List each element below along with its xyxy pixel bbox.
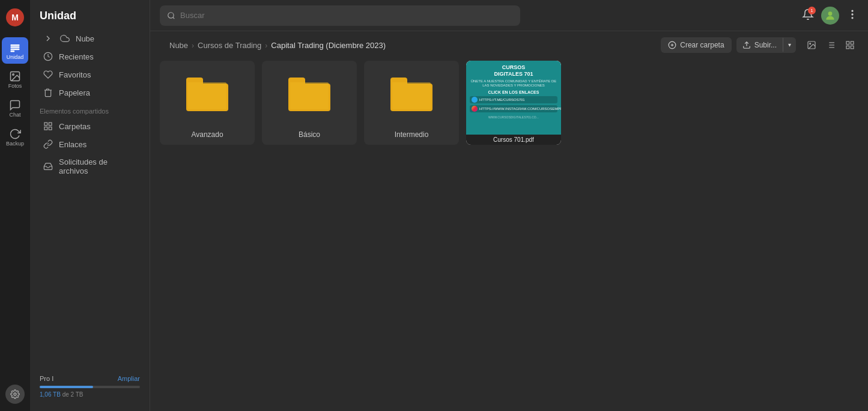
sidebar-papelera-label: Papelera bbox=[59, 88, 90, 97]
file-card-intermedio[interactable]: Intermedio bbox=[364, 61, 459, 145]
upload-main[interactable]: Subir... bbox=[736, 37, 783, 53]
file-card-basico[interactable]: Básico bbox=[262, 61, 357, 145]
folder-icon-avanzado bbox=[186, 78, 228, 111]
settings-button[interactable] bbox=[5, 385, 25, 404]
breadcrumb-cursos[interactable]: Cursos de Trading bbox=[198, 41, 261, 50]
file-card-avanzado[interactable]: Avanzado bbox=[160, 61, 255, 145]
user-avatar-button[interactable] bbox=[821, 7, 839, 25]
cloud-icon bbox=[9, 41, 21, 53]
chat-icon bbox=[9, 99, 21, 111]
image-view-button[interactable] bbox=[803, 37, 820, 53]
breadcrumb-sep-2: › bbox=[265, 41, 267, 50]
folder-icon-intermedio bbox=[390, 78, 432, 111]
upload-caret[interactable]: ▾ bbox=[783, 38, 796, 52]
shared-section-label: Elementos compartidos bbox=[30, 102, 150, 117]
svg-point-16 bbox=[852, 14, 853, 15]
sidebar-favoritos-label: Favoritos bbox=[59, 70, 91, 79]
link-icon bbox=[43, 139, 53, 149]
breadcrumb-sep-1: › bbox=[192, 41, 194, 50]
storage-total-label: de bbox=[62, 391, 71, 398]
upload-button[interactable]: Subir... ▾ bbox=[736, 37, 796, 53]
sidebar-item-favoritos[interactable]: Favoritos bbox=[34, 65, 146, 84]
list-view-icon bbox=[826, 40, 836, 50]
svg-point-23 bbox=[810, 43, 811, 44]
notification-badge: 1 bbox=[808, 7, 816, 14]
pdf-telegram-url: HTTPS://T.ME/CURSOS701 bbox=[479, 98, 525, 102]
search-icon bbox=[167, 11, 175, 20]
nav-chat-label: Chat bbox=[9, 112, 20, 118]
user-icon bbox=[824, 10, 836, 22]
sidebar-item-recientes[interactable]: Recientes bbox=[34, 47, 146, 65]
breadcrumb-nube[interactable]: Nube bbox=[169, 41, 188, 50]
svg-point-17 bbox=[852, 17, 853, 19]
instagram-icon bbox=[472, 106, 478, 112]
nav-unidad-label: Unidad bbox=[7, 55, 24, 60]
svg-rect-1 bbox=[11, 46, 20, 48]
storage-used: 1,06 TB bbox=[40, 391, 61, 398]
nav-backup[interactable]: Backup bbox=[2, 124, 28, 150]
svg-point-6 bbox=[14, 393, 16, 395]
inbox-icon bbox=[43, 162, 53, 171]
pdf-telegram-row: HTTPS://T.ME/CURSOS701 bbox=[470, 96, 557, 103]
user-avatar-icon: M bbox=[6, 8, 24, 26]
svg-rect-11 bbox=[44, 127, 47, 130]
create-folder-button[interactable]: Crear carpeta bbox=[661, 37, 731, 53]
upload-label: Subir... bbox=[754, 41, 777, 49]
upload-icon bbox=[742, 41, 751, 49]
storage-detail: 1,06 TB de 2 TB bbox=[40, 391, 140, 398]
pdf-ig-row: HTTPS://WWW.INSTAGRAM.COM/CURSOSEMPRENDE… bbox=[470, 105, 557, 112]
breadcrumb: Nube › Cursos de Trading › Capital Tradi… bbox=[160, 35, 395, 55]
storage-bar-fill bbox=[40, 386, 93, 388]
svg-rect-30 bbox=[846, 41, 849, 44]
nav-fotos[interactable]: Fotos bbox=[2, 66, 28, 93]
create-folder-label: Crear carpeta bbox=[680, 41, 724, 49]
view-toggle bbox=[803, 37, 858, 53]
file-name-intermedio: Intermedio bbox=[364, 126, 459, 139]
sidebar-item-papelera[interactable]: Papelera bbox=[34, 84, 146, 102]
pdf-content: CURSOSDIGITALES 701 ÚNETE A NUESTRA COMU… bbox=[466, 61, 561, 135]
menu-button[interactable] bbox=[846, 8, 858, 23]
svg-rect-33 bbox=[846, 46, 849, 49]
svg-rect-3 bbox=[11, 50, 15, 52]
file-card-cursos701[interactable]: CURSOSDIGITALES 701 ÚNETE A NUESTRA COMU… bbox=[466, 61, 561, 145]
sidebar: Unidad Nube Recientes Favoritos Papelera… bbox=[30, 0, 150, 411]
sidebar-item-nube[interactable]: Nube bbox=[34, 29, 146, 47]
svg-point-14 bbox=[828, 11, 833, 16]
pdf-subtitle: ÚNETE A NUESTRA COMUNIDAD Y ENTÉRATE DE … bbox=[470, 79, 557, 89]
nav-chat[interactable]: Chat bbox=[2, 95, 28, 121]
svg-line-13 bbox=[173, 17, 175, 19]
storage-section: Pro I Ampliar 1,06 TB de 2 TB bbox=[30, 369, 150, 404]
pdf-file-name: Cursos 701.pdf bbox=[493, 136, 534, 143]
chevron-right-icon bbox=[43, 34, 53, 43]
more-vertical-icon bbox=[846, 8, 858, 20]
sidebar-item-carpetas[interactable]: Carpetas bbox=[34, 117, 146, 135]
svg-rect-9 bbox=[49, 123, 52, 126]
cloud-nav-icon bbox=[60, 34, 70, 43]
nav-fotos-label: Fotos bbox=[8, 84, 22, 89]
file-name-basico: Básico bbox=[262, 126, 357, 139]
svg-rect-2 bbox=[11, 48, 20, 50]
nav-avatar[interactable]: M bbox=[2, 5, 28, 31]
sidebar-item-solicitudes[interactable]: Solicitudes de archivos bbox=[34, 153, 146, 180]
pdf-watermark: WWW.CURSOSDIGITALES701.CO... bbox=[488, 114, 539, 120]
nav-unidad[interactable]: Unidad bbox=[2, 37, 28, 64]
svg-rect-10 bbox=[49, 127, 52, 130]
grid-view-icon bbox=[845, 40, 855, 50]
grid-view-button[interactable] bbox=[842, 37, 858, 53]
pdf-ig-url: HTTPS://WWW.INSTAGRAM.COM/CURSOSEMPRENDE… bbox=[479, 107, 561, 111]
sidebar-item-enlaces[interactable]: Enlaces bbox=[34, 135, 146, 153]
list-view-button[interactable] bbox=[822, 37, 839, 53]
svg-point-5 bbox=[13, 73, 14, 75]
search-input[interactable] bbox=[180, 11, 513, 20]
file-grid: Avanzado Básico Intermedio CURSOSDIGITAL… bbox=[150, 56, 868, 411]
svg-rect-8 bbox=[44, 123, 47, 126]
storage-upgrade-link[interactable]: Ampliar bbox=[118, 375, 140, 382]
icon-bar: M Unidad Fotos Chat bbox=[0, 0, 30, 411]
search-bar[interactable] bbox=[160, 5, 520, 26]
sidebar-nube-label: Nube bbox=[76, 34, 94, 43]
storage-total: 2 TB bbox=[71, 391, 83, 398]
image-view-icon bbox=[807, 40, 816, 50]
sidebar-solicitudes-label: Solicitudes de archivos bbox=[59, 157, 136, 175]
notifications-button[interactable]: 1 bbox=[802, 8, 814, 23]
storage-plan-label: Pro I bbox=[40, 375, 53, 382]
